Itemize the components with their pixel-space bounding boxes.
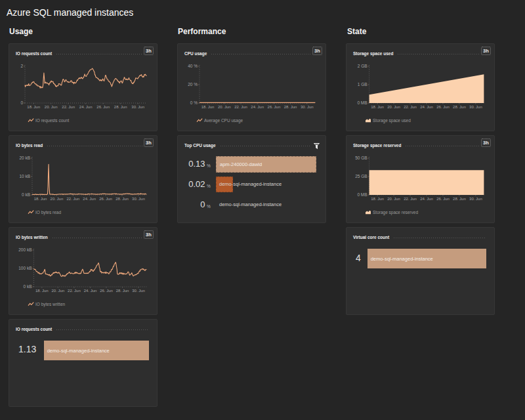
svg-text:IO bytes written: IO bytes written	[35, 302, 66, 307]
svg-text:20. Jun: 20. Jun	[45, 105, 58, 109]
svg-text:28. Jun: 28. Jun	[453, 197, 466, 201]
svg-text:28. Jun: 28. Jun	[453, 105, 466, 109]
svg-text:200 kB: 200 kB	[18, 247, 32, 252]
svg-text:28. Jun: 28. Jun	[114, 105, 127, 109]
svg-text:26. Jun: 26. Jun	[436, 105, 450, 109]
svg-text:0 MB: 0 MB	[357, 100, 367, 105]
svg-text:20. Jun: 20. Jun	[51, 289, 64, 293]
svg-text:18. Jun: 18. Jun	[35, 289, 49, 293]
svg-text:26. Jun: 26. Jun	[436, 197, 450, 201]
svg-text:50 GB: 50 GB	[355, 156, 367, 160]
svg-text:18. Jun: 18. Jun	[371, 197, 384, 201]
svg-text:20. Jun: 20. Jun	[387, 105, 400, 109]
svg-text:22. Jun: 22. Jun	[68, 289, 81, 293]
svg-text:18. Jun: 18. Jun	[34, 197, 47, 201]
svg-text:25 GB: 25 GB	[355, 174, 367, 178]
svg-text:Average CPU usage: Average CPU usage	[204, 118, 243, 123]
svg-text:30. Jun: 30. Jun	[469, 197, 482, 201]
svg-text:0 %: 0 %	[190, 100, 198, 105]
svg-text:24. Jun: 24. Jun	[251, 105, 264, 109]
svg-text:1 GB: 1 GB	[358, 82, 368, 87]
svg-text:0 MB: 0 MB	[357, 192, 367, 197]
svg-text:28. Jun: 28. Jun	[116, 289, 129, 293]
svg-text:24. Jun: 24. Jun	[84, 289, 97, 293]
svg-text:2: 2	[20, 64, 23, 68]
svg-text:30. Jun: 30. Jun	[132, 289, 145, 293]
svg-text:28. Jun: 28. Jun	[284, 105, 297, 109]
svg-text:26. Jun: 26. Jun	[100, 289, 113, 293]
svg-text:28. Jun: 28. Jun	[116, 197, 129, 201]
svg-text:IO requests count: IO requests count	[35, 118, 69, 123]
svg-text:20 %: 20 %	[188, 82, 198, 87]
svg-text:26. Jun: 26. Jun	[96, 105, 110, 109]
svg-text:20. Jun: 20. Jun	[387, 197, 400, 201]
svg-text:22. Jun: 22. Jun	[66, 197, 79, 201]
svg-text:22. Jun: 22. Jun	[234, 105, 247, 109]
svg-text:30. Jun: 30. Jun	[301, 105, 314, 109]
svg-text:22. Jun: 22. Jun	[404, 197, 417, 201]
svg-text:100 kB: 100 kB	[18, 266, 32, 270]
svg-text:24. Jun: 24. Jun	[83, 197, 96, 201]
svg-text:24. Jun: 24. Jun	[79, 105, 93, 109]
svg-text:24. Jun: 24. Jun	[420, 105, 433, 109]
svg-text:0: 0	[20, 100, 23, 105]
svg-text:2 GB: 2 GB	[358, 64, 368, 68]
svg-text:20. Jun: 20. Jun	[51, 197, 64, 201]
svg-text:26. Jun: 26. Jun	[99, 197, 112, 201]
svg-text:30. Jun: 30. Jun	[469, 105, 482, 109]
svg-text:10 kB: 10 kB	[19, 174, 30, 178]
svg-text:0 kB: 0 kB	[23, 284, 32, 289]
svg-text:24. Jun: 24. Jun	[420, 197, 433, 201]
svg-text:18. Jun: 18. Jun	[201, 105, 215, 109]
svg-text:Storage space used: Storage space used	[373, 118, 411, 123]
svg-text:20 kB: 20 kB	[19, 156, 30, 160]
svg-text:26. Jun: 26. Jun	[268, 105, 281, 109]
svg-text:18. Jun: 18. Jun	[371, 105, 384, 109]
svg-text:18. Jun: 18. Jun	[27, 105, 40, 109]
svg-text:22. Jun: 22. Jun	[404, 105, 417, 109]
svg-text:30. Jun: 30. Jun	[132, 197, 145, 201]
svg-text:0 kB: 0 kB	[22, 192, 30, 197]
svg-text:40 %: 40 %	[188, 64, 198, 68]
svg-text:20. Jun: 20. Jun	[218, 105, 231, 109]
svg-text:22. Jun: 22. Jun	[62, 105, 75, 109]
svg-text:IO bytes read: IO bytes read	[35, 210, 61, 215]
svg-text:Storage space reserved: Storage space reserved	[373, 210, 418, 215]
svg-text:30. Jun: 30. Jun	[131, 105, 144, 109]
